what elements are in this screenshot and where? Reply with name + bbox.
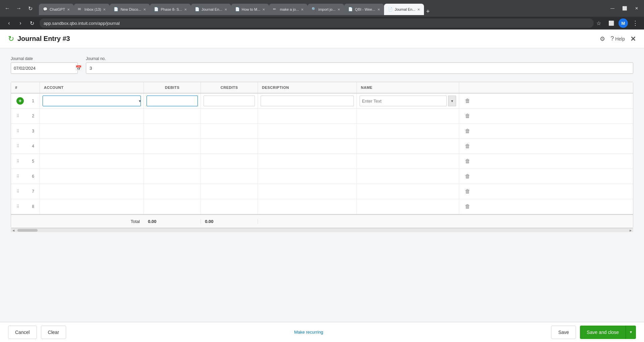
row-4-debits-cell[interactable] [144,139,201,154]
row-3-name-cell[interactable] [357,124,459,138]
window-minimize-button[interactable]: — [608,4,617,13]
row-8-name-cell[interactable] [357,199,459,214]
tab-qbi[interactable]: 📄 QBI - Wee... ✕ [344,4,384,15]
row-8-credits-cell[interactable] [201,199,258,214]
row-7-name-cell[interactable] [357,184,459,199]
row-6-debits-cell[interactable] [144,169,201,184]
row-7-delete-button[interactable]: 🗑 [462,187,473,196]
row-1-account-input[interactable] [43,96,141,106]
url-input[interactable] [40,18,594,28]
row-2-name-cell[interactable] [357,109,459,123]
row-6-description-cell[interactable] [258,169,357,184]
row-6-credits-cell[interactable] [201,169,258,184]
row-2-credits-cell[interactable] [201,109,258,123]
drag-handle-icon[interactable]: ⠿ [16,129,19,133]
save-close-dropdown-button[interactable]: ▼ [626,326,636,339]
tab-import-jo[interactable]: 🔍 import jo... ✕ [308,4,344,15]
row-3-debits-cell[interactable] [144,124,201,138]
tab-phase8[interactable]: 📄 Phase 8- S... ✕ [150,4,191,15]
tab-close-icon[interactable]: ✕ [103,8,106,11]
settings-button[interactable]: ⚙ [600,35,605,43]
make-recurring-link[interactable]: Make recurring [294,330,323,335]
back-nav-button[interactable]: ‹ [4,18,14,28]
row-3-description-cell[interactable] [258,124,357,138]
row-1-delete-button[interactable]: 🗑 [462,97,473,105]
row-4-account-cell[interactable] [40,139,144,154]
drag-handle-icon[interactable]: ⠿ [16,189,19,194]
row-7-description-cell[interactable] [258,184,357,199]
back-button[interactable]: ← [3,4,12,13]
horizontal-scrollbar[interactable]: ◀ ▶ [11,228,633,232]
bookmark-button[interactable]: ☆ [596,20,601,26]
window-maximize-button[interactable]: ⬜ [620,4,629,13]
drag-handle-icon[interactable]: ⠿ [16,159,19,164]
calendar-button[interactable]: 📅 [73,64,85,72]
tab-close-icon[interactable]: ✕ [377,8,380,11]
tab-new-disco[interactable]: 📄 New Disco... ✕ [110,4,150,15]
forward-nav-button[interactable]: › [15,18,25,28]
drag-handle-icon[interactable]: ⠿ [16,174,19,179]
row-3-account-cell[interactable] [40,124,144,138]
name-dropdown-button[interactable]: ▼ [448,96,456,106]
row-2-description-cell[interactable] [258,109,357,123]
row-6-account-cell[interactable] [40,169,144,184]
row-5-credits-cell[interactable] [201,154,258,169]
app-close-button[interactable]: ✕ [630,35,636,43]
tab-chatgpt[interactable]: 💬 ChatGPT ✕ [39,4,74,15]
row-6-name-cell[interactable] [357,169,459,184]
row-8-description-cell[interactable] [258,199,357,214]
extensions-button[interactable]: ⬜ [606,18,616,28]
tab-close-icon[interactable]: ✕ [301,8,304,11]
menu-button[interactable]: ⋮ [631,18,640,28]
row-2-delete-button[interactable]: 🗑 [462,112,473,120]
tab-close-icon[interactable]: ✕ [262,8,265,11]
row-4-name-cell[interactable] [357,139,459,154]
row-1-description-input[interactable] [261,96,354,106]
row-3-credits-cell[interactable] [201,124,258,138]
tab-how-to[interactable]: 📄 How to M... ✕ [231,4,269,15]
reload-nav-button[interactable]: ↻ [27,18,37,28]
row-1-debits-input[interactable] [147,96,198,106]
scroll-thumb[interactable] [17,229,38,232]
journal-date-input[interactable] [11,64,73,73]
row-5-account-cell[interactable] [40,154,144,169]
row-5-description-cell[interactable] [258,154,357,169]
tab-close-icon[interactable]: ✕ [67,8,70,11]
drag-handle-icon[interactable]: ⠿ [16,114,19,118]
cancel-button[interactable]: Cancel [8,326,37,339]
scroll-right-arrow-icon[interactable]: ▶ [628,228,633,232]
help-button[interactable]: ? Help [610,35,625,42]
tab-journal-en10[interactable]: 📄 Journal En... ✕ [384,4,424,15]
tab-close-icon[interactable]: ✕ [143,8,146,11]
refresh-button[interactable]: ↻ [25,4,35,13]
row-8-debits-cell[interactable] [144,199,201,214]
drag-handle-icon[interactable]: ⠿ [16,144,19,149]
clear-button[interactable]: Clear [41,326,66,339]
row-7-account-cell[interactable] [40,184,144,199]
row-5-delete-button[interactable]: 🗑 [462,157,473,166]
tab-close-icon[interactable]: ✕ [184,8,187,11]
row-5-debits-cell[interactable] [144,154,201,169]
row-1-credits-input[interactable] [204,96,255,106]
add-row-button[interactable]: + [16,97,24,105]
tab-close-icon[interactable]: ✕ [224,8,227,11]
row-4-description-cell[interactable] [258,139,357,154]
row-8-delete-button[interactable]: 🗑 [462,202,473,211]
row-7-credits-cell[interactable] [201,184,258,199]
row-6-delete-button[interactable]: 🗑 [462,172,473,181]
tab-inbox[interactable]: ✉ Inbox (13) ✕ [74,4,110,15]
profile-button[interactable]: M [619,18,628,28]
tab-close-icon[interactable]: ✕ [417,8,420,11]
row-4-credits-cell[interactable] [201,139,258,154]
new-tab-button[interactable]: + [424,8,432,15]
row-7-debits-cell[interactable] [144,184,201,199]
row-3-delete-button[interactable]: 🗑 [462,127,473,135]
forward-button[interactable]: → [14,4,23,13]
row-5-name-cell[interactable] [357,154,459,169]
window-close-button[interactable]: ✕ [632,4,641,13]
tab-journal-en5[interactable]: 📄 Journal En... ✕ [191,4,231,15]
drag-handle-icon[interactable]: ⠿ [16,204,19,209]
save-close-button[interactable]: Save and close [580,326,626,339]
row-2-account-cell[interactable] [40,109,144,123]
scroll-left-arrow-icon[interactable]: ◀ [11,228,16,232]
